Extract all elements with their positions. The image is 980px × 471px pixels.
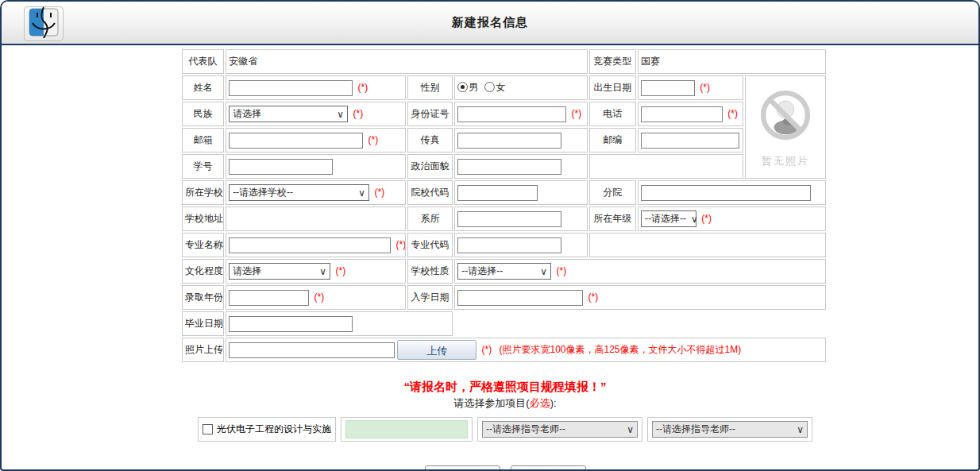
ethnicity-select[interactable]: 请选择 — [229, 106, 348, 122]
phone-input[interactable] — [641, 106, 723, 122]
competition-type-value: 国赛 — [638, 49, 826, 74]
teacher1-cell: --请选择指导老师-- — [477, 417, 642, 442]
student-no-label: 学号 — [182, 154, 224, 179]
project-option[interactable]: 光伏电子工程的设计与实施 — [198, 417, 336, 442]
admission-year-input[interactable] — [229, 290, 309, 306]
row-photo-upload: 照片上传 上传 (*) (照片要求宽100像素，高125像素，文件大小不得超过1… — [182, 338, 826, 362]
no-photo-text: 暂无照片 — [748, 154, 823, 168]
education-select[interactable]: 请选择 — [229, 263, 330, 280]
fax-label: 传真 — [407, 128, 453, 152]
admission-year-required: (*) — [314, 291, 324, 303]
branch-label: 分院 — [589, 180, 636, 205]
school-address-cell — [226, 207, 406, 231]
empty-cell — [589, 154, 743, 179]
no-photo-icon — [757, 135, 814, 146]
id-number-label: 身份证号 — [407, 102, 453, 126]
enroll-date-label: 入学日期 — [407, 285, 453, 310]
registration-form: 代表队 安徽省 竞赛类型 国赛 姓名 (*) 性别 男女 出生日期 (*) — [180, 48, 830, 364]
phone-label: 电话 — [589, 102, 636, 126]
upload-button[interactable]: 上传 — [397, 340, 476, 360]
row-major: 专业名称 (*) 专业代码 — [182, 233, 826, 257]
education-required: (*) — [335, 265, 345, 276]
gender-male-label: 男 — [469, 82, 478, 93]
back-button[interactable]: 返回 — [511, 465, 586, 471]
gender-male-radio[interactable] — [457, 82, 468, 92]
student-no-input[interactable] — [229, 159, 333, 175]
team-value: 安徽省 — [226, 49, 588, 74]
photo-preview-cell: 暂无照片 — [745, 75, 826, 179]
email-input[interactable] — [229, 133, 363, 149]
school-address-label: 学校地址 — [182, 207, 224, 231]
graduation-date-label: 毕业日期 — [182, 311, 224, 336]
empty-cell — [589, 233, 826, 257]
project-checkbox[interactable] — [203, 424, 213, 434]
project-input-cell — [341, 417, 473, 442]
row-studentno-political: 学号 政治面貌 — [182, 154, 826, 179]
school-select[interactable]: --请选择学校-- — [229, 184, 369, 201]
email-required: (*) — [368, 134, 378, 145]
registration-window: 新建报名信息 代表队 安徽省 竞赛类型 国赛 姓名 (*) 性别 — [0, 0, 980, 471]
row-team: 代表队 安徽省 竞赛类型 国赛 — [182, 49, 826, 74]
teacher2-select[interactable]: --请选择指导老师-- — [652, 421, 808, 438]
project-extra-input[interactable] — [345, 420, 468, 438]
gender-female-radio[interactable] — [484, 82, 495, 92]
phone-required: (*) — [727, 108, 738, 119]
enroll-date-required: (*) — [588, 291, 598, 303]
grade-required: (*) — [701, 213, 712, 224]
project-selection-row: 光伏电子工程的设计与实施 --请选择指导老师-- --请选择指导老师-- — [180, 417, 830, 442]
row-email-fax-postcode: 邮箱 (*) 传真 邮编 — [182, 128, 826, 152]
team-label: 代表队 — [182, 49, 224, 74]
birth-date-label: 出生日期 — [589, 75, 636, 100]
political-status-label: 政治面貌 — [407, 154, 453, 179]
enroll-date-input[interactable] — [457, 290, 583, 306]
birth-date-required: (*) — [700, 82, 710, 93]
row-name-gender-birth: 姓名 (*) 性别 男女 出生日期 (*) — [182, 75, 826, 100]
grade-select[interactable]: --请选择-- — [641, 210, 696, 227]
branch-input[interactable] — [641, 185, 811, 201]
school-required: (*) — [374, 187, 384, 198]
major-code-input[interactable] — [457, 237, 561, 253]
row-ethnicity-id-phone: 民族 请选择 (*) 身份证号 (*) 电话 (*) — [182, 102, 826, 126]
row-admission-enroll: 录取年份 (*) 入学日期 (*) — [182, 285, 826, 310]
political-status-input[interactable] — [457, 159, 561, 175]
postcode-input[interactable] — [641, 133, 739, 149]
school-code-label: 院校代码 — [407, 180, 453, 205]
warning-text: “请报名时，严格遵照项目规程填报！” — [180, 380, 830, 395]
row-school: 所在学校 --请选择学校-- (*) 院校代码 分院 — [182, 180, 826, 205]
row-education-nature: 文化程度 请选择 (*) 学校性质 --请选择-- (*) — [182, 259, 826, 284]
save-button[interactable]: 保存 — [425, 465, 500, 471]
row-address-department-grade: 学校地址 系所 所在年级 --请选择-- (*) — [182, 207, 826, 231]
ethnicity-label: 民族 — [182, 102, 224, 126]
major-name-label: 专业名称 — [182, 233, 224, 257]
postcode-label: 邮编 — [589, 128, 636, 152]
department-label: 系所 — [407, 207, 453, 231]
admission-year-label: 录取年份 — [182, 285, 224, 310]
page-title: 新建报名信息 — [2, 2, 978, 44]
major-name-input[interactable] — [229, 237, 391, 253]
birth-date-input[interactable] — [641, 80, 695, 96]
id-number-required: (*) — [571, 108, 581, 119]
education-label: 文化程度 — [182, 259, 224, 284]
photo-note: (照片要求宽100像素，高125像素，文件大小不得超过1M) — [499, 344, 741, 355]
project-prompt: 请选择参加项目(必选): — [180, 396, 830, 411]
teacher2-cell: --请选择指导老师-- — [647, 417, 812, 442]
teacher1-select[interactable]: --请选择指导老师-- — [482, 421, 638, 438]
row-graduation: 毕业日期 — [182, 311, 826, 336]
email-label: 邮箱 — [182, 128, 224, 152]
major-code-label: 专业代码 — [407, 233, 453, 257]
school-nature-select[interactable]: --请选择-- — [457, 263, 551, 280]
graduation-date-input[interactable] — [229, 316, 353, 332]
id-number-input[interactable] — [457, 106, 566, 122]
competition-type-label: 竞赛类型 — [589, 49, 636, 74]
fax-input[interactable] — [457, 133, 561, 149]
name-label: 姓名 — [182, 75, 224, 100]
gender-label: 性别 — [407, 75, 453, 100]
name-required: (*) — [357, 82, 368, 93]
ethnicity-required: (*) — [353, 108, 363, 119]
name-input[interactable] — [229, 80, 353, 96]
department-input[interactable] — [457, 211, 561, 227]
photo-upload-input[interactable] — [229, 342, 395, 358]
required-word: 必选 — [530, 397, 550, 409]
grade-label: 所在年级 — [589, 207, 636, 231]
school-code-input[interactable] — [457, 185, 538, 201]
